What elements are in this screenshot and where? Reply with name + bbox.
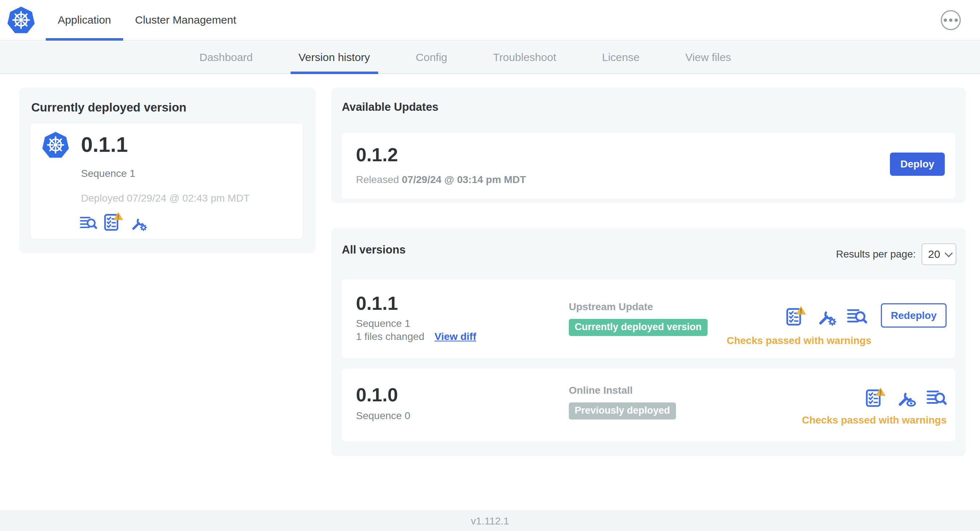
- available-updates-card: Available Updates 0.1.2 Released07/29/24…: [331, 87, 966, 203]
- tab-cluster-management[interactable]: Cluster Management: [123, 0, 248, 40]
- results-per-page-label: Results per page:: [836, 248, 916, 260]
- redeploy-button[interactable]: Redeploy: [881, 303, 947, 328]
- current-version-number: 0.1.1: [81, 132, 128, 157]
- currently-deployed-card: Currently deployed version 0.1.1 Sequenc…: [19, 87, 316, 253]
- logs-icon[interactable]: [847, 305, 867, 326]
- current-version-actions: [80, 211, 147, 231]
- version-row-0-1-0: 0.1.0 Sequence 0 Online Install Previous…: [342, 369, 955, 441]
- view-config-icon[interactable]: [896, 387, 916, 407]
- version-sequence: Sequence 1: [356, 318, 410, 329]
- preflight-checks-warning-icon[interactable]: [103, 211, 123, 231]
- results-per-page-select[interactable]: 20: [921, 243, 956, 265]
- tab-application[interactable]: Application: [46, 0, 123, 40]
- version-source-block: Online Install Previously deployed: [569, 385, 676, 420]
- checks-status-text: Checks passed with warnings: [802, 414, 947, 426]
- available-update-row: 0.1.2 Released07/29/24 @ 03:14 pm MDT De…: [342, 133, 955, 199]
- currently-deployed-title: Currently deployed version: [31, 100, 186, 114]
- all-versions-title: All versions: [342, 243, 406, 256]
- version-source: Upstream Update: [569, 301, 708, 313]
- currently-deployed-version-card: 0.1.1 Sequence 1 Deployed 07/29/24 @ 02:…: [30, 122, 303, 239]
- logs-icon[interactable]: [926, 387, 947, 407]
- edit-config-icon[interactable]: [130, 213, 147, 231]
- app-footer: v1.112.1: [0, 511, 980, 531]
- tab-license[interactable]: License: [594, 41, 647, 73]
- ellipsis-icon: [944, 19, 947, 22]
- header-tabs: Application Cluster Management: [46, 0, 248, 40]
- version-row-0-1-1: 0.1.1 Sequence 1 1 files changed View di…: [342, 279, 955, 358]
- view-diff-link[interactable]: View diff: [434, 331, 476, 342]
- chevron-down-icon: [945, 249, 953, 258]
- tab-view-files[interactable]: View files: [678, 41, 739, 73]
- preflight-checks-warning-icon[interactable]: [865, 387, 886, 407]
- status-badge: Previously deployed: [569, 402, 676, 420]
- ellipsis-menu-button[interactable]: [941, 10, 961, 30]
- tab-config[interactable]: Config: [408, 41, 455, 73]
- deploy-button[interactable]: Deploy: [890, 153, 945, 176]
- files-changed-line: 1 files changed View diff: [356, 331, 476, 342]
- results-per-page: Results per page: 20: [836, 243, 956, 265]
- version-sequence: Sequence 0: [356, 410, 410, 422]
- version-number: 0.1.0: [356, 384, 398, 406]
- tab-dashboard[interactable]: Dashboard: [191, 41, 261, 73]
- preflight-checks-warning-icon[interactable]: [786, 305, 806, 326]
- tab-version-history[interactable]: Version history: [291, 41, 378, 73]
- current-version-sequence: Sequence 1: [81, 168, 135, 180]
- kubernetes-version-icon: [41, 130, 70, 159]
- logs-icon[interactable]: [80, 213, 97, 231]
- version-actions-block: Redeploy Checks passed with warnings: [727, 303, 947, 347]
- status-badge: Currently deployed version: [569, 319, 708, 336]
- version-source-block: Upstream Update Currently deployed versi…: [569, 301, 708, 336]
- update-released-line: Released07/29/24 @ 03:14 pm MDT: [356, 174, 526, 186]
- edit-config-icon[interactable]: [816, 305, 837, 326]
- version-actions-block: Checks passed with warnings: [802, 387, 947, 426]
- current-version-deployed-date: Deployed 07/29/24 @ 02:43 pm MDT: [81, 192, 250, 204]
- version-number: 0.1.1: [356, 293, 398, 314]
- tab-troubleshoot[interactable]: Troubleshoot: [485, 41, 564, 73]
- checks-status-text: Checks passed with warnings: [727, 335, 872, 347]
- available-updates-title: Available Updates: [342, 100, 438, 114]
- app-subnav: Dashboard Version history Config Trouble…: [0, 41, 980, 74]
- kubernetes-logo: [6, 0, 36, 40]
- files-changed-label: 1 files changed: [356, 331, 424, 342]
- version-source: Online Install: [569, 385, 676, 396]
- update-version-number: 0.1.2: [356, 144, 398, 165]
- all-versions-card: All versions Results per page: 20 0.1.1 …: [331, 228, 966, 456]
- released-label: Released: [356, 174, 399, 185]
- released-date: 07/29/24 @ 03:14 pm MDT: [402, 174, 526, 185]
- results-per-page-value: 20: [928, 248, 940, 261]
- app-header: Application Cluster Management: [0, 0, 980, 41]
- console-version: v1.112.1: [471, 515, 509, 527]
